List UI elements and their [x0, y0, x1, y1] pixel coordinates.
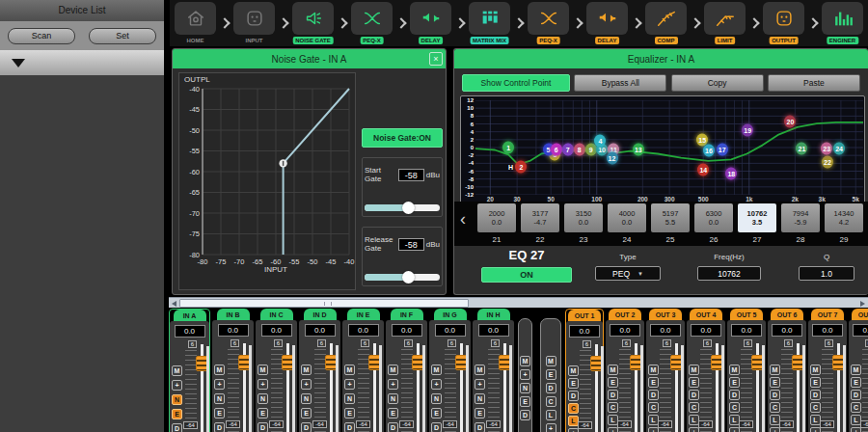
- channel-out-4-button-m[interactable]: M: [689, 364, 699, 375]
- channel-out-4-button-d[interactable]: D: [689, 390, 699, 400]
- channel-tab-out-8[interactable]: OUT 8: [852, 309, 868, 320]
- channel-tab-out-4[interactable]: OUT 4: [690, 309, 722, 320]
- eq-power-button[interactable]: ON: [481, 267, 572, 283]
- channel-out-3-button-e[interactable]: E: [648, 377, 659, 388]
- band-cell-21[interactable]: 20000.0: [477, 203, 516, 232]
- channel-in-h-button-d[interactable]: D: [475, 422, 485, 432]
- eq-control-point-8[interactable]: 8: [574, 144, 585, 156]
- channel-out-8-button-m[interactable]: M: [851, 364, 861, 375]
- channel-out-1-button-d[interactable]: D: [568, 391, 579, 401]
- band-cell-26[interactable]: 63000.0: [694, 203, 733, 232]
- channel-in-a-button-m[interactable]: M: [172, 365, 182, 376]
- channel-tab-out-1[interactable]: OUT 1: [568, 310, 601, 321]
- eq-control-point-17[interactable]: 17: [717, 144, 728, 156]
- eq-control-point-4[interactable]: 4: [594, 135, 606, 148]
- channel-in-c-button-n[interactable]: N: [258, 393, 268, 404]
- channel-in-e-button-m[interactable]: M: [344, 364, 355, 375]
- master-in-column-button--[interactable]: +: [520, 369, 530, 380]
- channel-in-h-button-e[interactable]: E: [475, 408, 485, 418]
- nav-item-input-1[interactable]: INPUT: [231, 1, 277, 45]
- channel-in-f-button-e[interactable]: E: [388, 408, 398, 418]
- band-cell-22[interactable]: 3177-4.7: [521, 203, 559, 232]
- nav-item-delay-7[interactable]: DELAY: [584, 1, 630, 45]
- channel-out-8-button-c[interactable]: C: [851, 402, 861, 413]
- channel-in-e-button-d[interactable]: D: [344, 422, 355, 432]
- channel-in-b-button--[interactable]: +: [214, 379, 225, 390]
- nav-item-peq-x-6[interactable]: PEQ-X: [526, 1, 571, 45]
- channel-gain-value[interactable]: 0.0: [691, 324, 721, 337]
- channel-in-d-button-e[interactable]: E: [301, 408, 312, 418]
- start-gate-value[interactable]: -58: [398, 169, 424, 181]
- channel-in-g-button-n[interactable]: N: [431, 393, 442, 404]
- channel-out-2-button-m[interactable]: M: [608, 364, 618, 375]
- noise-gate-power-button[interactable]: Noise Gate:ON: [362, 128, 443, 148]
- channel-out-7-button-e[interactable]: E: [810, 377, 821, 388]
- channel-out-6-button-e[interactable]: E: [770, 377, 780, 388]
- channel-tab-in-h[interactable]: IN H: [477, 309, 510, 320]
- channel-gain-value[interactable]: 0.0: [569, 325, 600, 338]
- channel-tab-out-3[interactable]: OUT 3: [649, 309, 682, 320]
- eq-control-point-16[interactable]: 16: [703, 144, 715, 156]
- type-dropdown[interactable]: PEQ ▼: [595, 266, 661, 281]
- master-out-column-button-d[interactable]: D: [546, 383, 556, 393]
- channel-out-5-button-d[interactable]: D: [729, 390, 740, 400]
- channel-in-d-button-d[interactable]: D: [301, 422, 312, 432]
- eq-control-point-18[interactable]: 18: [725, 167, 737, 179]
- channel-out-8-button-e[interactable]: E: [851, 377, 861, 388]
- release-gate-slider-thumb[interactable]: [402, 271, 415, 284]
- channel-out-8-button-d[interactable]: D: [851, 390, 861, 400]
- master-out-column-button-l[interactable]: L: [546, 410, 556, 420]
- nav-item-comp-8[interactable]: COMP: [643, 1, 689, 45]
- channel-out-4-button-e[interactable]: E: [689, 377, 699, 388]
- channel-out-1-button-c[interactable]: C: [568, 403, 579, 414]
- channel-in-d-button-n[interactable]: N: [301, 393, 312, 404]
- channel-out-2-button-d[interactable]: D: [608, 390, 618, 400]
- release-gate-value[interactable]: -58: [398, 238, 424, 251]
- eq-control-point-6[interactable]: 6: [551, 144, 562, 156]
- master-out-column-button-e[interactable]: E: [546, 369, 556, 380]
- channel-out-7-button-d[interactable]: D: [810, 390, 821, 400]
- nav-item-home-0[interactable]: HOME: [173, 1, 218, 45]
- start-gate-slider[interactable]: [365, 204, 440, 211]
- eq-control-point-12[interactable]: 12: [607, 151, 618, 164]
- channel-gain-value[interactable]: 0.0: [812, 324, 843, 337]
- show-control-point-button[interactable]: Show Control Point: [462, 74, 570, 92]
- channel-tab-in-c[interactable]: IN C: [260, 309, 293, 320]
- eq-control-point-19[interactable]: 19: [742, 124, 753, 137]
- channel-gain-value[interactable]: 0.0: [650, 324, 681, 337]
- device-dropdown[interactable]: [0, 50, 164, 75]
- channel-in-c-button-m[interactable]: M: [258, 364, 268, 375]
- channel-out-1-button-e[interactable]: E: [568, 378, 579, 389]
- channel-in-h-button-m[interactable]: M: [475, 364, 485, 375]
- bypass-all-button[interactable]: Bypass All: [574, 74, 666, 92]
- channel-in-a-button--[interactable]: +: [172, 380, 182, 391]
- channel-in-a-button-n[interactable]: N: [172, 394, 182, 405]
- band-cell-25[interactable]: 51975.5: [651, 203, 690, 232]
- channel-in-e-button-e[interactable]: E: [344, 408, 355, 418]
- channel-out-7-button-m[interactable]: M: [810, 364, 821, 375]
- close-icon[interactable]: ×: [429, 52, 443, 66]
- channel-out-6-button-d[interactable]: D: [770, 390, 780, 400]
- channel-in-c-button-d[interactable]: D: [258, 422, 268, 432]
- channel-out-5-button-m[interactable]: M: [729, 364, 740, 375]
- eq-control-point-22[interactable]: 22: [822, 155, 833, 168]
- channel-in-g-button--[interactable]: +: [431, 379, 442, 390]
- channel-in-f-button-m[interactable]: M: [388, 364, 398, 375]
- master-out-column-button-m[interactable]: M: [546, 356, 556, 366]
- channel-gain-value[interactable]: 0.0: [261, 324, 292, 337]
- band-scroll-left-icon[interactable]: ‹: [460, 209, 466, 230]
- master-in-column-button-m[interactable]: M: [520, 356, 530, 366]
- channel-in-b-button-e[interactable]: E: [214, 408, 225, 418]
- channel-in-e-button--[interactable]: +: [344, 379, 355, 390]
- channel-out-6-button-m[interactable]: M: [770, 364, 780, 375]
- channel-in-d-button--[interactable]: +: [301, 379, 312, 390]
- channel-out-2-button-c[interactable]: C: [608, 402, 618, 413]
- channel-in-f-button-n[interactable]: N: [388, 393, 398, 404]
- channel-out-7-button-c[interactable]: C: [810, 402, 821, 413]
- channel-tab-in-d[interactable]: IN D: [304, 309, 337, 320]
- channel-tab-in-b[interactable]: IN B: [217, 309, 250, 320]
- channel-out-3-button-d[interactable]: D: [648, 390, 659, 400]
- channel-tab-out-6[interactable]: OUT 6: [771, 309, 803, 320]
- channel-in-a-button-d[interactable]: D: [172, 423, 182, 432]
- channel-in-h-button-n[interactable]: N: [475, 393, 485, 404]
